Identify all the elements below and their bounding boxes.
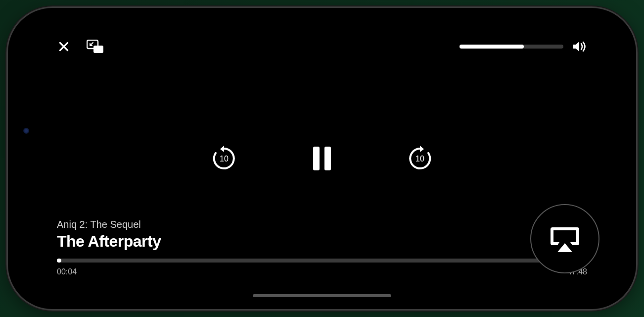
phone-device-frame: 10 10 Aniq 2: The Sequel The Afterparty: [8, 8, 636, 309]
home-indicator[interactable]: [253, 294, 391, 297]
top-left-controls: [57, 40, 104, 53]
bottom-info-section: Aniq 2: The Sequel The Afterparty 00:04 …: [57, 219, 587, 276]
dynamic-island: [20, 131, 36, 186]
pause-button[interactable]: [307, 144, 337, 173]
elapsed-time: 00:04: [57, 267, 77, 276]
picture-in-picture-button[interactable]: [87, 40, 104, 53]
picture-in-picture-icon: [87, 40, 104, 53]
skip-back-button[interactable]: 10: [210, 145, 238, 172]
volume-slider[interactable]: [460, 45, 563, 49]
svg-rect-4: [313, 147, 320, 170]
volume-button[interactable]: [572, 41, 587, 53]
volume-fill: [460, 45, 524, 49]
skip-forward-seconds: 10: [415, 155, 424, 163]
skip-back-seconds: 10: [220, 155, 229, 163]
show-title: The Afterparty: [57, 232, 587, 251]
pause-icon: [312, 147, 332, 170]
title-section: Aniq 2: The Sequel The Afterparty: [57, 219, 587, 251]
phone-screen: 10 10 Aniq 2: The Sequel The Afterparty: [15, 15, 629, 302]
airplay-button-highlighted[interactable]: [530, 204, 599, 273]
playback-progress-slider[interactable]: [57, 259, 587, 263]
volume-high-icon: [572, 41, 587, 53]
svg-rect-5: [324, 147, 331, 170]
top-controls-bar: [57, 40, 587, 53]
airplay-icon: [550, 225, 580, 252]
progress-fill: [57, 259, 61, 263]
time-labels: 00:04 -47:48: [57, 267, 587, 276]
skip-forward-button[interactable]: 10: [406, 145, 434, 172]
svg-rect-3: [93, 46, 103, 53]
center-playback-controls: 10 10: [210, 144, 434, 173]
front-camera: [23, 128, 29, 134]
top-right-controls: [460, 41, 587, 53]
close-icon: [57, 40, 70, 53]
episode-name: Aniq 2: The Sequel: [57, 219, 587, 230]
close-button[interactable]: [57, 40, 71, 53]
